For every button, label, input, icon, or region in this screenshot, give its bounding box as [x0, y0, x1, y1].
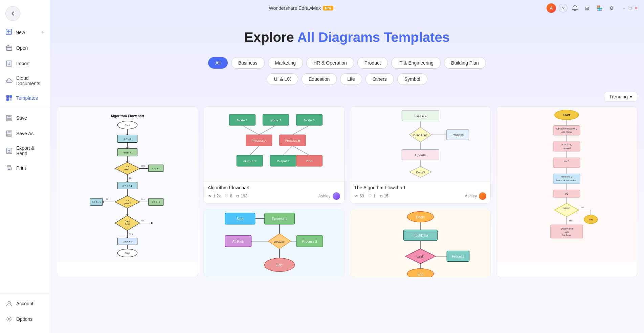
- import-icon: [5, 60, 13, 67]
- sidebar-item-import[interactable]: Import: [0, 56, 50, 71]
- svg-text:Begin: Begin: [416, 215, 425, 219]
- svg-text:Done?: Done?: [416, 171, 425, 174]
- svg-text:Condition?: Condition?: [413, 134, 427, 137]
- filter-pill-product[interactable]: Product: [357, 57, 388, 69]
- eye-icon: 👁: [208, 194, 212, 198]
- pro-badge: Pro: [323, 6, 333, 10]
- svg-text:Output 2: Output 2: [277, 159, 290, 163]
- minimize-button[interactable]: −: [622, 6, 626, 10]
- sidebar-item-account[interactable]: Account: [0, 296, 50, 311]
- svg-text:Alt Path: Alt Path: [232, 240, 244, 243]
- sidebar-item-cloud[interactable]: Cloud Documents: [0, 71, 50, 90]
- filter-pill-education[interactable]: Education: [302, 73, 337, 85]
- svg-line-87: [250, 146, 259, 156]
- hero-title-plain: Explore: [244, 30, 297, 45]
- new-label: New: [16, 30, 25, 35]
- svg-text:No: No: [141, 219, 144, 222]
- eye-icon-3: 👁: [354, 194, 358, 198]
- titlebar: Wondershare EdrawMax Pro A ? ⊞ 🏪 ⚙ − □ ✕: [50, 0, 644, 16]
- help-button[interactable]: ?: [559, 4, 568, 13]
- sidebar-item-templates[interactable]: Templates: [0, 90, 50, 106]
- options-label: Options: [16, 316, 32, 322]
- app-title: Wondershare EdrawMax: [269, 5, 321, 11]
- template-card-2[interactable]: Node 1 Node 2 Node 3 Process A Process B…: [203, 106, 345, 204]
- sort-row: Trending ▾: [57, 92, 637, 102]
- svg-text:Process B: Process B: [285, 139, 300, 142]
- filter-pill-uiux[interactable]: UI & UX: [267, 73, 298, 85]
- svg-text:Yes: Yes: [569, 219, 573, 222]
- svg-text:a,b, show: a,b, show: [561, 131, 572, 134]
- filter-pill-others[interactable]: Others: [365, 73, 394, 85]
- filter-pill-hr[interactable]: HR & Operation: [306, 57, 354, 69]
- svg-text:Is x: Is x: [126, 165, 129, 168]
- hero-title-colored: All Diagrams Templates: [297, 30, 450, 45]
- svg-text:Stop: Stop: [125, 252, 130, 255]
- svg-text:i=2: i=2: [565, 193, 569, 195]
- new-plus-icon: +: [41, 29, 44, 35]
- close-button[interactable]: ✕: [634, 6, 639, 10]
- filter-pill-building[interactable]: Building Plan: [444, 57, 486, 69]
- card-3-title: The Algorithm Flowchart: [354, 185, 487, 190]
- sidebar-item-save[interactable]: Save: [0, 110, 50, 126]
- export-label: Export & Send: [16, 145, 44, 156]
- svg-text:prime?: prime?: [124, 202, 131, 205]
- svg-text:S = S - k: S = S - k: [152, 201, 160, 203]
- template-card-6[interactable]: Begin Input Data Valid? Process End: [350, 209, 491, 277]
- filter-row-1: All Business Marketing HR & Operation Pr…: [208, 57, 486, 69]
- sort-dropdown[interactable]: Trending ▾: [604, 92, 637, 102]
- maximize-button[interactable]: □: [628, 6, 632, 10]
- cloud-label: Cloud Documents: [16, 75, 44, 86]
- sidebar-item-export[interactable]: Export & Send: [0, 141, 50, 160]
- main-content: Wondershare EdrawMax Pro A ? ⊞ 🏪 ⚙ − □ ✕: [50, 0, 644, 333]
- template-card-1[interactable]: Algorithm Flowchart Start S = 15 e: [57, 106, 198, 277]
- filter-pill-symbol[interactable]: Symbol: [397, 73, 427, 85]
- save-icon: [5, 114, 13, 122]
- templates-label: Templates: [16, 95, 38, 101]
- template-card-5[interactable]: Start Process 1 Decision Alt Path Proces…: [203, 209, 345, 277]
- svg-text:End: End: [276, 263, 283, 267]
- titlebar-center: Wondershare EdrawMax Pro: [269, 5, 333, 11]
- account-label: Account: [16, 301, 34, 306]
- template-card-4[interactable]: Start Declare variables i, a,b, show a=0…: [496, 106, 637, 277]
- card-2-meta: 👁 1.2k ♡ 8 ⧉ 193 Ashley: [208, 192, 340, 200]
- account-icon: [5, 300, 13, 307]
- settings-icon[interactable]: ⚙: [607, 3, 616, 13]
- sidebar-item-open[interactable]: Open: [0, 40, 50, 56]
- svg-rect-6: [9, 95, 12, 98]
- options-icon: [5, 315, 13, 323]
- filter-pill-marketing[interactable]: Marketing: [268, 57, 303, 69]
- template-card-3[interactable]: Initialize Condition? Process Update Don…: [350, 106, 491, 204]
- template-grid: Algorithm Flowchart Start S = 15 e: [57, 106, 637, 277]
- card-3-copies: ⧉ 15: [380, 194, 388, 198]
- window-controls: − □ ✕: [622, 6, 639, 10]
- copy-icon-3: ⧉: [380, 194, 383, 198]
- svg-text:enter x: enter x: [124, 151, 131, 154]
- filter-pill-it[interactable]: IT & Engineering: [391, 57, 441, 69]
- saveas-label: Save As: [16, 131, 34, 136]
- sidebar-item-saveas[interactable]: Save As: [0, 126, 50, 141]
- svg-text:fib=0: fib=0: [564, 160, 570, 163]
- heart-icon: ♡: [225, 194, 228, 198]
- grid-apps-icon[interactable]: ⊞: [582, 3, 592, 13]
- save-label: Save: [16, 115, 27, 121]
- user-avatar[interactable]: A: [547, 3, 556, 13]
- filter-pill-life[interactable]: Life: [340, 73, 362, 85]
- svg-text:a=0, b=1,: a=0, b=1,: [562, 143, 572, 146]
- sidebar-item-print[interactable]: Print: [0, 160, 50, 176]
- sidebar-item-options[interactable]: Options: [0, 311, 50, 327]
- hero-section: Explore All Diagrams Templates: [50, 16, 644, 52]
- sidebar-item-new[interactable]: New +: [0, 24, 50, 40]
- open-icon: [5, 44, 13, 52]
- filter-pill-business[interactable]: Business: [231, 57, 265, 69]
- svg-text:Process 2: Process 2: [302, 240, 317, 243]
- filter-pill-all[interactable]: All: [208, 57, 228, 69]
- card-2-copies: ⧉ 193: [236, 194, 247, 198]
- back-button[interactable]: [5, 6, 20, 21]
- svg-text:Node 3: Node 3: [304, 118, 315, 122]
- svg-text:Process: Process: [452, 255, 464, 258]
- svg-text:Is i<=N: Is i<=N: [563, 207, 571, 210]
- svg-text:Yes: Yes: [129, 233, 133, 235]
- store-icon[interactable]: 🏪: [595, 3, 604, 13]
- svg-text:Node 2: Node 2: [270, 118, 281, 122]
- notification-bell-icon[interactable]: [570, 3, 580, 13]
